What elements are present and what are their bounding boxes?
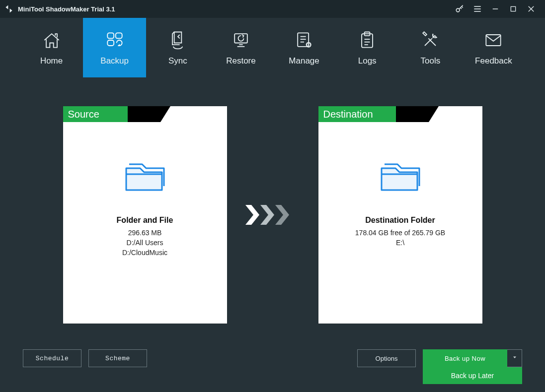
source-title: Folder and File bbox=[117, 216, 173, 225]
svg-rect-5 bbox=[511, 6, 515, 11]
destination-card-header: Destination bbox=[318, 106, 482, 130]
destination-tab-label: Destination bbox=[318, 106, 396, 122]
backup-later-menu-item[interactable]: Back up Later bbox=[423, 367, 522, 384]
nav-home[interactable]: Home bbox=[20, 18, 83, 77]
home-icon bbox=[41, 29, 63, 51]
minimize-button[interactable] bbox=[489, 3, 501, 15]
nav-sync[interactable]: Sync bbox=[146, 18, 209, 77]
app-logo-icon bbox=[3, 3, 15, 15]
folder-icon bbox=[376, 157, 425, 197]
close-button[interactable] bbox=[525, 3, 537, 15]
svg-rect-9 bbox=[116, 33, 122, 38]
backup-now-button[interactable]: Back up Now bbox=[423, 349, 507, 367]
source-path: D:/CloudMusic bbox=[122, 249, 167, 257]
caret-down-icon bbox=[512, 354, 518, 362]
nav-label: Feedback bbox=[475, 56, 512, 66]
nav-restore[interactable]: Restore bbox=[209, 18, 272, 77]
nav-label: Tools bbox=[420, 56, 440, 66]
nav-logs[interactable]: Logs bbox=[336, 18, 399, 77]
svg-marker-27 bbox=[513, 357, 516, 359]
feedback-icon bbox=[482, 29, 504, 51]
card-row: Source Folder and File 296.63 MB D:/All … bbox=[63, 106, 482, 341]
main-nav: Home Backup Sync bbox=[0, 18, 545, 77]
svg-marker-25 bbox=[260, 205, 274, 225]
source-path: D:/All Users bbox=[127, 239, 163, 247]
svg-marker-26 bbox=[275, 205, 289, 225]
key-icon[interactable] bbox=[454, 3, 466, 15]
nav-label: Home bbox=[40, 56, 63, 66]
nav-label: Logs bbox=[358, 56, 377, 66]
source-card[interactable]: Source Folder and File 296.63 MB D:/All … bbox=[63, 106, 227, 324]
options-button[interactable]: Options bbox=[357, 349, 416, 367]
restore-icon bbox=[230, 29, 252, 51]
window-title: MiniTool ShadowMaker Trial 3.1 bbox=[18, 5, 115, 13]
backup-now-dropdown-toggle[interactable] bbox=[507, 349, 522, 367]
svg-rect-10 bbox=[107, 40, 114, 46]
arrow-icon bbox=[243, 106, 303, 324]
schedule-button[interactable]: Schedule bbox=[23, 349, 81, 367]
svg-rect-22 bbox=[423, 32, 427, 36]
nav-manage[interactable]: Manage bbox=[273, 18, 336, 77]
svg-marker-24 bbox=[245, 205, 259, 225]
logs-icon bbox=[356, 29, 378, 51]
titlebar-controls bbox=[454, 3, 542, 15]
backup-icon bbox=[104, 29, 126, 51]
folder-icon bbox=[120, 157, 170, 197]
app-window: MiniTool ShadowMaker Trial 3.1 bbox=[0, 0, 545, 392]
nav-backup[interactable]: Backup bbox=[83, 18, 146, 77]
source-tab-label: Source bbox=[63, 106, 128, 122]
nav-label: Restore bbox=[226, 56, 256, 66]
svg-point-0 bbox=[456, 8, 460, 12]
destination-free-space: 178.04 GB free of 265.79 GB bbox=[355, 229, 445, 237]
destination-card[interactable]: Destination Destination Folder 178.04 GB… bbox=[318, 106, 482, 324]
footer: Schedule Scheme Options Back up Now Back… bbox=[0, 341, 545, 392]
nav-label: Manage bbox=[289, 56, 319, 66]
titlebar: MiniTool ShadowMaker Trial 3.1 bbox=[0, 0, 545, 18]
svg-rect-8 bbox=[107, 33, 114, 38]
backup-now-group: Back up Now Back up Later bbox=[423, 349, 522, 367]
destination-path: E:\ bbox=[396, 239, 404, 247]
scheme-button[interactable]: Scheme bbox=[88, 349, 147, 367]
svg-rect-23 bbox=[486, 35, 501, 46]
maximize-button[interactable] bbox=[507, 3, 519, 15]
sync-icon bbox=[167, 29, 189, 51]
tools-icon bbox=[419, 29, 441, 51]
destination-title: Destination Folder bbox=[365, 216, 435, 225]
backup-canvas: Source Folder and File 296.63 MB D:/All … bbox=[0, 77, 545, 341]
nav-tools[interactable]: Tools bbox=[399, 18, 462, 77]
nav-label: Sync bbox=[168, 56, 187, 66]
nav-feedback[interactable]: Feedback bbox=[462, 18, 525, 77]
nav-label: Backup bbox=[100, 56, 129, 66]
menu-icon[interactable] bbox=[471, 3, 483, 15]
source-size: 296.63 MB bbox=[128, 229, 162, 237]
source-card-header: Source bbox=[63, 106, 227, 130]
manage-icon bbox=[293, 29, 315, 51]
